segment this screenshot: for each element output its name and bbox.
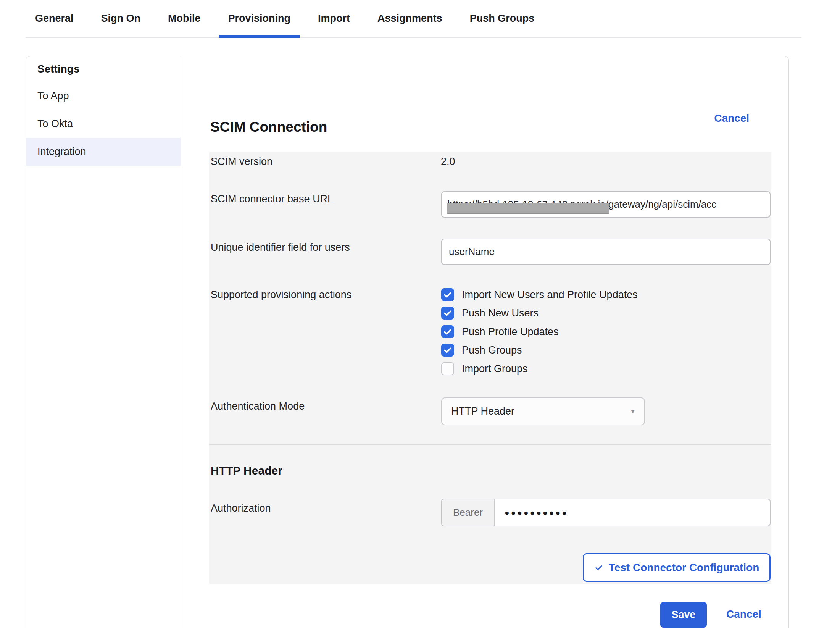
check-icon xyxy=(594,563,603,572)
checkbox-push-new-users[interactable]: Push New Users xyxy=(441,307,539,320)
base-url-redacted-prefix: https://h5hd-195-19-67-148.ngrok.io xyxy=(447,199,606,210)
checkbox-box xyxy=(441,288,454,301)
checkbox-push-groups[interactable]: Push Groups xyxy=(441,344,522,357)
checkbox-box xyxy=(441,325,454,338)
base-url-label: SCIM connector base URL xyxy=(211,192,333,205)
auth-mode-select[interactable]: HTTP Header ▼ xyxy=(441,397,645,425)
test-connector-configuration-button[interactable]: Test Connector Configuration xyxy=(583,553,771,582)
check-icon xyxy=(443,345,453,355)
checkbox-label: Push Groups xyxy=(462,344,522,357)
checkbox-import-groups[interactable]: Import Groups xyxy=(441,362,528,375)
sidebar-item-to-okta[interactable]: To Okta xyxy=(26,110,181,138)
http-header-heading: HTTP Header xyxy=(211,464,282,477)
sidebar-item-to-app[interactable]: To App xyxy=(26,82,181,110)
tab-assignments[interactable]: Assignments xyxy=(368,0,452,37)
cancel-link-bottom[interactable]: Cancel xyxy=(726,608,761,620)
checkbox-push-profile-updates[interactable]: Push Profile Updates xyxy=(441,325,559,338)
tab-import[interactable]: Import xyxy=(308,0,360,37)
authorization-input-group: Bearer ●●●●●●●●●● xyxy=(441,499,771,526)
sidebar-heading: Settings xyxy=(26,56,181,82)
cancel-link-top[interactable]: Cancel xyxy=(714,112,749,124)
auth-mode-label: Authentication Mode xyxy=(211,400,305,413)
auth-mode-value: HTTP Header xyxy=(451,405,514,417)
page-title: SCIM Connection xyxy=(210,119,327,135)
checkbox-label: Push New Users xyxy=(462,307,539,320)
unique-id-input[interactable]: userName xyxy=(441,239,771,265)
scim-version-value: 2.0 xyxy=(441,155,455,168)
section-divider xyxy=(209,444,771,445)
checkbox-box xyxy=(441,362,454,375)
tab-general[interactable]: General xyxy=(26,0,83,37)
base-url-value: https://h5hd-195-19-67-148.ngrok.io/gate… xyxy=(447,199,716,210)
provisioning-actions-label: Supported provisioning actions xyxy=(211,288,351,301)
checkbox-import-new-users[interactable]: Import New Users and Profile Updates xyxy=(441,288,638,301)
integration-content: SCIM Connection Cancel SCIM version 2.0 … xyxy=(181,56,788,628)
base-url-visible-tail: /gateway/ng/api/scim/acc xyxy=(606,199,716,210)
bearer-prefix: Bearer xyxy=(442,499,495,526)
scim-version-label: SCIM version xyxy=(211,155,272,168)
provisioning-panel: Settings To App To Okta Integration SCIM… xyxy=(26,56,789,628)
chevron-down-icon: ▼ xyxy=(630,408,636,415)
check-icon xyxy=(443,308,453,318)
tab-mobile[interactable]: Mobile xyxy=(158,0,210,37)
base-url-input[interactable]: https://h5hd-195-19-67-148.ngrok.io/gate… xyxy=(441,191,771,218)
save-button[interactable]: Save xyxy=(660,602,707,628)
tab-provisioning[interactable]: Provisioning xyxy=(219,0,300,37)
tab-sign-on[interactable]: Sign On xyxy=(92,0,150,37)
tab-push-groups[interactable]: Push Groups xyxy=(460,0,544,37)
check-icon xyxy=(443,327,453,337)
test-connector-label: Test Connector Configuration xyxy=(609,562,759,574)
checkbox-label: Import New Users and Profile Updates xyxy=(462,288,638,301)
unique-id-label: Unique identifier field for users xyxy=(211,241,350,254)
checkbox-label: Push Profile Updates xyxy=(462,325,559,338)
settings-sidebar: Settings To App To Okta Integration xyxy=(26,56,181,628)
app-tab-bar: General Sign On Mobile Provisioning Impo… xyxy=(26,0,801,38)
checkbox-box xyxy=(441,344,454,357)
authorization-label: Authorization xyxy=(211,502,271,515)
authorization-token-input[interactable]: ●●●●●●●●●● xyxy=(495,499,568,526)
check-icon xyxy=(443,290,453,300)
checkbox-box xyxy=(441,307,454,320)
sidebar-item-integration[interactable]: Integration xyxy=(26,138,181,166)
unique-id-value: userName xyxy=(449,246,495,258)
checkbox-label: Import Groups xyxy=(462,362,528,375)
scim-settings-form: SCIM version 2.0 SCIM connector base URL… xyxy=(209,152,771,584)
